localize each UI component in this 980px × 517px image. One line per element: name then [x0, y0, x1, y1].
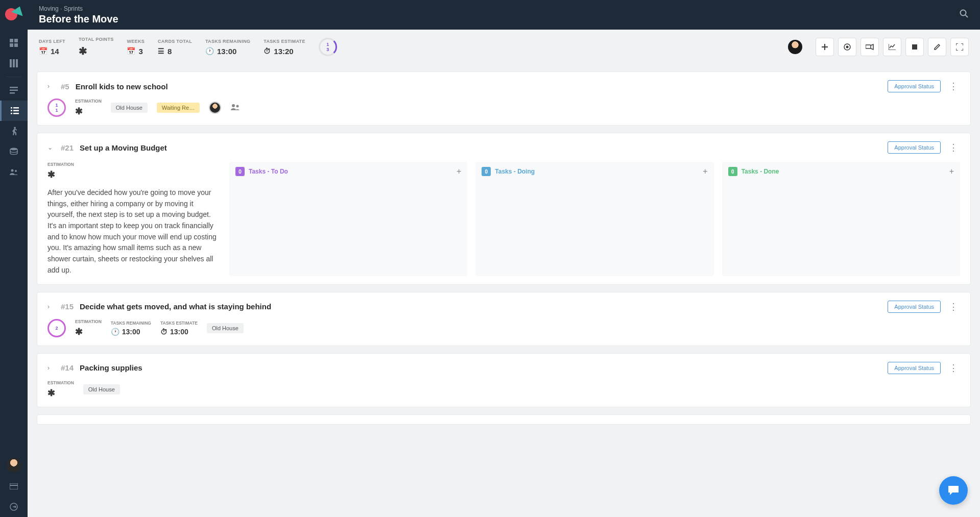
assignee-avatar[interactable]: [788, 40, 802, 54]
list-icon: ☰: [158, 47, 164, 55]
substat-label: ESTIMATION: [75, 99, 102, 104]
stat-tasks-estimate-value: ⏱13:20: [264, 47, 305, 56]
sidebar-separator: [6, 77, 21, 77]
link-button[interactable]: [861, 38, 879, 56]
more-icon[interactable]: ⋮: [947, 302, 960, 311]
kanban-column: 0 Tasks - To Do +: [229, 162, 467, 276]
nav-columns[interactable]: [0, 53, 28, 73]
svg-rect-5: [13, 59, 15, 67]
approval-status-button[interactable]: Approval Status: [888, 80, 941, 92]
substat-label: ESTIMATION: [47, 162, 74, 167]
target-button[interactable]: [838, 38, 856, 56]
substat-value: ✱: [75, 326, 102, 337]
nav-bars[interactable]: [0, 80, 28, 101]
nav-team[interactable]: [0, 162, 28, 182]
tag[interactable]: Old House: [207, 323, 244, 333]
svg-point-23: [961, 10, 966, 15]
approval-status-button[interactable]: Approval Status: [888, 141, 941, 154]
card: › #5 Enroll kids to new school Approval …: [37, 71, 971, 126]
tag[interactable]: Waiting Re…: [157, 103, 200, 113]
page-title: Before the Move: [39, 13, 118, 25]
nav-dashboard[interactable]: [0, 33, 28, 53]
svg-rect-21: [10, 485, 18, 486]
stat-weeks-label: WEEKS: [127, 39, 145, 44]
nav-run[interactable]: [0, 121, 28, 141]
substat-label: TASKS ESTIMATE: [160, 321, 198, 326]
card-title[interactable]: Packing supplies: [80, 363, 142, 372]
stat-total-points-label: TOTAL POINTS: [79, 37, 114, 42]
approval-status-button[interactable]: Approval Status: [888, 362, 941, 374]
expand-chevron-icon[interactable]: ⌄: [47, 144, 55, 151]
svg-point-19: [15, 170, 17, 172]
topbar: Moving · Sprints Before the Move: [28, 0, 980, 30]
people-icon[interactable]: [230, 104, 241, 112]
card: › #14 Packing supplies Approval Status ⋮…: [37, 353, 971, 407]
calendar-icon: 📅: [127, 47, 135, 55]
substat-value: ✱: [47, 387, 74, 399]
stats-bar: DAYS LEFT 📅14 TOTAL POINTS ✱ WEEKS 📅3 CA…: [28, 30, 980, 64]
chat-fab[interactable]: [939, 476, 968, 505]
clock-icon: 🕐: [205, 47, 214, 55]
substat-label: ESTIMATION: [75, 319, 102, 324]
add-button[interactable]: [816, 38, 834, 56]
clock-outline-icon: ⏱: [264, 47, 271, 55]
clock-icon: 🕐: [111, 328, 119, 336]
stat-weeks-value: 📅3: [127, 47, 145, 56]
add-task-icon[interactable]: +: [949, 167, 954, 176]
card-description: After you've decided how you're going to…: [47, 187, 221, 276]
expand-chevron-icon[interactable]: ›: [47, 303, 55, 310]
svg-rect-20: [10, 483, 18, 489]
card-title[interactable]: Set up a Moving Budget: [80, 143, 167, 152]
add-task-icon[interactable]: +: [703, 167, 707, 176]
expand-chevron-icon[interactable]: ›: [47, 83, 55, 90]
column-count: 0: [482, 167, 491, 176]
stop-button[interactable]: [905, 38, 924, 56]
add-task-icon[interactable]: +: [457, 167, 461, 176]
card-id: #21: [61, 143, 74, 152]
card-title[interactable]: Enroll kids to new school: [76, 82, 168, 91]
search-icon[interactable]: [960, 9, 969, 21]
card-title[interactable]: Decide what gets moved, and what is stay…: [80, 302, 271, 311]
card-ring: 11: [47, 99, 66, 117]
more-icon[interactable]: ⋮: [947, 82, 960, 91]
card: ⌄ #21 Set up a Moving Budget Approval St…: [37, 133, 971, 285]
approval-status-button[interactable]: Approval Status: [888, 301, 941, 313]
nav-list[interactable]: [0, 101, 28, 121]
assignee-avatar[interactable]: [209, 102, 221, 114]
column-count: 0: [728, 167, 737, 176]
svg-rect-13: [13, 110, 19, 112]
substat-value: ✱: [75, 106, 102, 117]
nav-exit[interactable]: [0, 497, 28, 517]
card-peek: [37, 414, 971, 425]
svg-rect-10: [11, 107, 12, 109]
user-avatar[interactable]: [7, 458, 21, 472]
breadcrumb[interactable]: Moving · Sprints: [39, 5, 118, 12]
toolbar-actions: [816, 38, 969, 56]
expand-chevron-icon[interactable]: ›: [47, 364, 55, 372]
svg-line-24: [966, 15, 968, 17]
stat-tasks-estimate-label: TASKS ESTIMATE: [264, 39, 305, 44]
tag[interactable]: Old House: [111, 103, 148, 113]
more-icon[interactable]: ⋮: [947, 143, 960, 152]
stat-tasks-remaining-label: TASKS REMAINING: [205, 39, 250, 44]
card-id: #15: [61, 302, 74, 311]
tag[interactable]: Old House: [83, 384, 120, 395]
svg-point-16: [14, 127, 16, 129]
edit-button[interactable]: [928, 38, 946, 56]
column-title: Tasks - To Do: [249, 168, 288, 175]
svg-rect-6: [16, 59, 18, 67]
progress-ring: 1 3: [319, 38, 337, 56]
kanban-column: 0 Tasks - Done +: [722, 162, 960, 276]
chart-button[interactable]: [883, 38, 901, 56]
fullscreen-button[interactable]: [950, 38, 969, 56]
nav-storage[interactable]: [0, 141, 28, 162]
calendar-icon: 📅: [39, 47, 47, 55]
nav-card[interactable]: [0, 476, 28, 497]
substat-label: TASKS REMAINING: [111, 321, 151, 326]
more-icon[interactable]: ⋮: [947, 363, 960, 373]
svg-rect-12: [11, 110, 12, 112]
content-area: › #5 Enroll kids to new school Approval …: [28, 64, 980, 517]
card-id: #5: [61, 82, 69, 91]
column-title: Tasks - Doing: [495, 168, 535, 175]
svg-point-26: [846, 46, 849, 48]
